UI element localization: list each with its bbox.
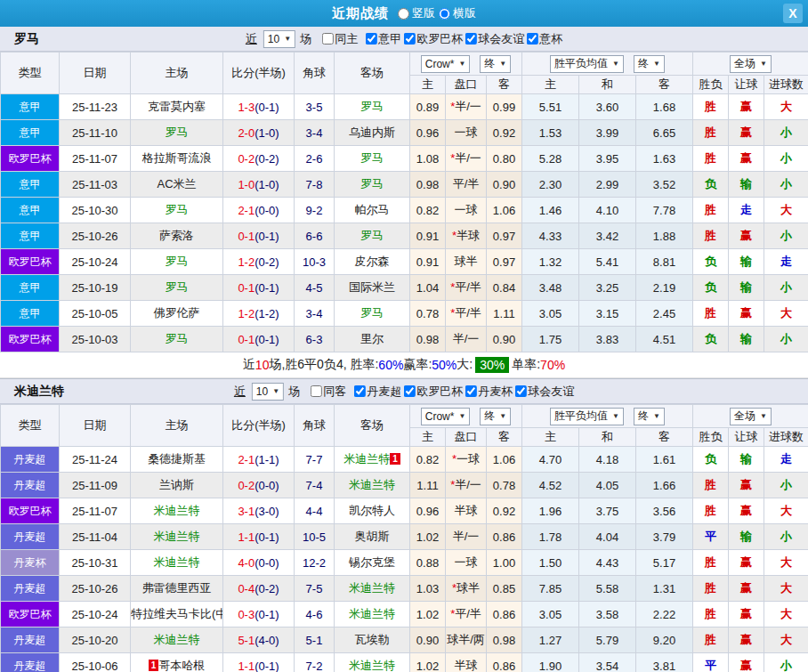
avg-source-select-value: 胜平负均值 [554, 409, 608, 424]
odds-header-group: Crow*▼终▼ [410, 53, 522, 76]
table-row: 丹麦超25-10-20米迪兰特5-1(4-0)5-1瓦埃勒0.90球半/两0.9… [1, 627, 808, 653]
league-filter-1[interactable]: 欧罗巴杯 [404, 31, 463, 47]
away-team-cell: 罗马 [335, 94, 410, 120]
league-filter-0-checkbox[interactable] [366, 33, 377, 45]
avg-home: 3.48 [522, 275, 579, 301]
handicap-result: 走 [740, 203, 752, 216]
league-filter-3[interactable]: 意杯 [527, 31, 562, 47]
result-indicator-cell: 胜 [693, 223, 729, 249]
scope-select[interactable]: 全场▼ [730, 55, 772, 73]
halftime-score: (0-1) [255, 660, 279, 672]
away-team: 奥胡斯 [355, 530, 390, 543]
games-count-select[interactable]: 10▼ [252, 383, 284, 401]
avg-draw: 3.54 [579, 653, 636, 672]
league-filter-1-checkbox[interactable] [404, 385, 416, 397]
chevron-down-icon: ▼ [760, 60, 767, 68]
avg-header-group: 胜平负均值▼终▼ [522, 53, 693, 76]
odds-home: 0.98 [410, 172, 446, 198]
same-venue-checkbox[interactable] [311, 385, 322, 397]
home-team-cell: 弗雷德里西亚 [131, 576, 223, 602]
avg-final-select[interactable]: 终▼ [634, 408, 665, 425]
result-indicator: 胜 [705, 633, 716, 646]
result-indicator: 平 [705, 659, 716, 672]
league-filter-2[interactable]: 丹麦杯 [465, 384, 513, 400]
team-section: 米迪兰特近10▼场同客丹麦超欧罗巴杯丹麦杯球会友谊类型日期主场比分(半场)角球客… [0, 378, 808, 672]
avg-final-select[interactable]: 终▼ [634, 55, 665, 73]
league-filter-0[interactable]: 丹麦超 [354, 384, 401, 400]
scope-select[interactable]: 全场▼ [730, 408, 772, 425]
match-date: 25-11-23 [60, 94, 131, 120]
league-filter-0[interactable]: 意甲 [366, 31, 401, 47]
league-filter-2-checkbox[interactable] [465, 33, 477, 45]
odds-home: 1.04 [410, 275, 446, 301]
halftime-score: (0-2) [255, 152, 279, 166]
halftime-score: (0-2) [255, 255, 279, 269]
league-filter-1[interactable]: 欧罗巴杯 [404, 384, 463, 400]
col-corner: 角球 [295, 405, 335, 447]
fulltime-score: 0-2 [238, 479, 255, 492]
result-indicator: 胜 [705, 555, 716, 569]
away-team-cell: 米迪兰特 [335, 602, 410, 627]
odds-final-select[interactable]: 终▼ [480, 55, 511, 73]
home-team-cell: 罗马 [131, 198, 223, 223]
halftime-score: (0-1) [255, 333, 279, 346]
avg-away: 8.81 [636, 249, 693, 275]
avg-source-select[interactable]: 胜平负均值▼ [550, 55, 624, 73]
odds-home: 1.03 [410, 576, 446, 602]
corner-count: 5-1 [295, 627, 335, 653]
result-indicator-cell: 负 [693, 249, 729, 275]
away-team: 锡尔克堡 [349, 555, 395, 569]
near-link[interactable]: 近 [246, 31, 257, 47]
games-label: 场 [288, 384, 300, 400]
fulltime-score: 0-4 [238, 582, 255, 595]
league-badge: 意甲 [1, 198, 60, 223]
handicap-cell: 半球 [446, 498, 487, 524]
league-filter-3-checkbox[interactable] [527, 33, 538, 45]
league-filter-3[interactable]: 球会友谊 [515, 384, 574, 400]
league-filter-1-checkbox[interactable] [404, 33, 416, 45]
col-odds-home: 主 [410, 428, 446, 447]
home-team: 哥本哈根 [158, 659, 205, 672]
score-cell: 3-1(3-0) [223, 498, 295, 524]
handicap-result: 赢 [740, 100, 752, 113]
layout-horizontal-option[interactable]: 横版 [439, 5, 476, 21]
handicap-result-cell: 输 [729, 172, 764, 198]
handicap-result-cell: 赢 [729, 473, 764, 498]
close-button[interactable]: X [783, 4, 803, 23]
same-venue-checkbox[interactable] [322, 33, 334, 45]
avg-source-select[interactable]: 胜平负均值▼ [550, 408, 624, 425]
layout-horizontal-radio[interactable] [439, 8, 450, 20]
away-team: 米迪兰特 [349, 581, 395, 595]
league-filter-2[interactable]: 球会友谊 [465, 31, 524, 47]
league-badge: 欧罗巴杯 [1, 146, 60, 172]
odds-source-select[interactable]: Crow*▼ [421, 408, 471, 425]
away-team: 帕尔马 [355, 203, 390, 216]
games-count-select[interactable]: 10▼ [263, 30, 295, 48]
league-filter-3-checkbox[interactable] [515, 385, 527, 397]
same-venue[interactable]: 同主 [322, 31, 358, 47]
same-venue[interactable]: 同客 [311, 384, 346, 400]
near-link[interactable]: 近 [234, 384, 246, 400]
score-cell: 5-1(4-0) [223, 627, 295, 653]
result-indicator: 胜 [705, 151, 716, 165]
layout-vertical-option[interactable]: 竖版 [398, 5, 435, 21]
table-row: 丹麦杯25-10-31米迪兰特4-0(0-0)12-2锡尔克堡0.88一球1.0… [1, 550, 808, 576]
avg-final-select-value: 终 [638, 409, 649, 424]
match-date: 25-10-31 [60, 550, 131, 576]
summary-part: 大: [457, 357, 473, 373]
league-badge: 丹麦超 [1, 653, 60, 672]
odds-final-select[interactable]: 终▼ [480, 408, 511, 425]
odds-away: 0.86 [487, 653, 522, 672]
league-filter-0-checkbox[interactable] [354, 385, 366, 397]
away-team: 里尔 [360, 332, 384, 345]
league-filter-2-checkbox[interactable] [465, 385, 477, 397]
home-team-cell: 佛罗伦萨 [131, 301, 223, 327]
odds-source-select[interactable]: Crow*▼ [421, 55, 471, 73]
handicap-cell: 一球 [446, 550, 487, 576]
home-team-cell: 萨索洛 [131, 223, 223, 249]
home-team: 兰讷斯 [159, 478, 194, 491]
record-summary: 近10场,胜6平0负4, 胜率:60% 赢率:50% 大: 30% 单率:70% [0, 352, 808, 378]
layout-vertical-radio[interactable] [398, 8, 409, 20]
summary-part: 近 [243, 357, 255, 373]
handicap-value: 半/一 [455, 478, 481, 491]
